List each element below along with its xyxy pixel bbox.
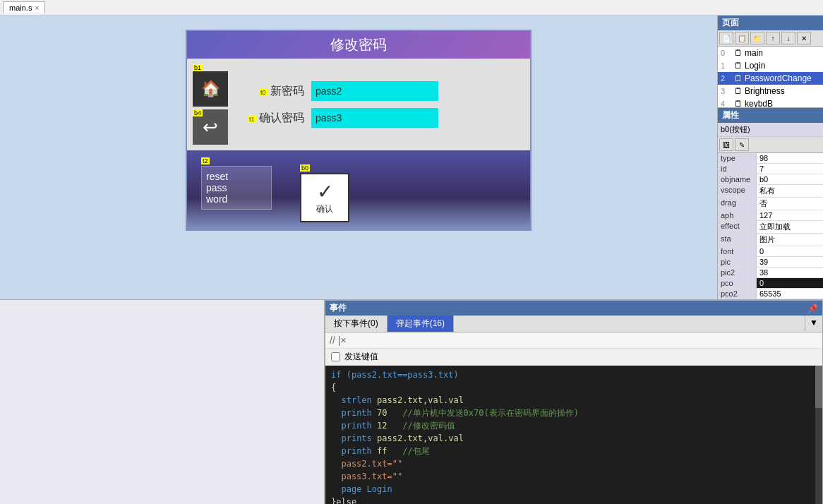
new-password-label: t0 新密码 <box>248 84 304 99</box>
code-line: printh ff //包尾 <box>331 445 817 457</box>
toolbar-icon2: |× <box>338 335 347 346</box>
prop-row-id: id7 <box>718 164 823 174</box>
code-line: page Login <box>331 483 817 496</box>
t1-tag: t1 <box>248 116 256 123</box>
tab-main[interactable]: main.s × <box>3 1 45 13</box>
folder-btn[interactable]: 📁 <box>750 32 764 44</box>
confirm-password-label: t1 确认密码 <box>248 111 304 126</box>
props-btn1[interactable]: 🖼 <box>719 138 733 151</box>
tab-release[interactable]: 弹起事件(16) <box>388 316 454 332</box>
event-header: 事件 📌 <box>325 301 822 316</box>
prop-row-pic: pic39 <box>718 257 823 268</box>
tab-main-label: main.s <box>9 4 32 12</box>
ui-preview: 修改密码 b1 🏠 b4 ↩ <box>186 30 531 231</box>
preview-title: 修改密码 <box>330 37 387 52</box>
check-icon: ✓ <box>317 180 333 203</box>
delete-btn[interactable]: ✕ <box>797 32 811 44</box>
code-editor[interactable]: if (pass2.txt==pass3.txt){ strlen pass2.… <box>325 366 822 504</box>
tab-dropdown[interactable]: ▼ <box>805 316 822 332</box>
tree-item-login[interactable]: 1🗒Login <box>718 59 823 72</box>
right-panel: 页面 📄 📋 📁 ↑ ↓ ✕ 0🗒main1🗒Login2🗒PasswordCh… <box>717 16 823 299</box>
prop-row-pic2: pic238 <box>718 268 823 278</box>
new-page-btn[interactable]: 📄 <box>719 32 733 44</box>
main-layout: 修改密码 b1 🏠 b4 ↩ <box>0 16 823 299</box>
reset-text-box: resetpassword <box>201 166 272 210</box>
confirm-password-row: t1 确认密码 <box>248 108 516 128</box>
page-tree-toolbar: 📄 📋 📁 ↑ ↓ ✕ <box>718 30 823 47</box>
send-key-checkbox[interactable] <box>331 352 340 361</box>
prop-row-vscope: vscope私有 <box>718 185 823 198</box>
code-line: strlen pass2.txt,val.val <box>331 394 817 407</box>
prop-row-font: font0 <box>718 246 823 257</box>
confirm-password-input-wrapper <box>311 108 438 128</box>
tree-item-keybdb[interactable]: 4🗒keybdB <box>718 97 823 107</box>
code-line: if (pass2.txt==pass3.txt) <box>331 368 817 381</box>
event-panel: 事件 📌 按下事件(0) 弹起事件(16) ▼ // |× 发送键值 if (p… <box>325 300 823 504</box>
tab-press[interactable]: 按下事件(0) <box>325 316 388 332</box>
t0-tag: t0 <box>259 89 268 96</box>
prop-row-aph: aph127 <box>718 210 823 221</box>
b1-tag: b1 <box>193 64 203 71</box>
confirm-password-input[interactable] <box>311 108 438 128</box>
prop-row-sta: sta图片 <box>718 234 823 246</box>
prop-row-drag: drag否 <box>718 198 823 210</box>
left-code-area <box>0 300 325 504</box>
tree-item-brightness[interactable]: 3🗒Brightness <box>718 85 823 97</box>
tree-item-main[interactable]: 0🗒main <box>718 47 823 59</box>
toolbar-icon1: // <box>330 335 335 346</box>
code-line: printh 12 //修改密码值 <box>331 419 817 432</box>
move-down-btn[interactable]: ↓ <box>781 32 795 44</box>
send-key-label: 发送键值 <box>344 351 378 363</box>
copy-page-btn[interactable]: 📋 <box>735 32 749 44</box>
event-toolbar: // |× <box>325 332 822 349</box>
confirm-label: 确认 <box>316 203 333 215</box>
new-password-input[interactable] <box>311 81 438 101</box>
new-password-input-wrapper <box>311 81 438 101</box>
prop-row-pco2: pco265535 <box>718 289 823 299</box>
code-line: { <box>331 381 817 394</box>
page-tree-header: 页面 <box>718 16 823 30</box>
code-line: printh 70 //单片机中发送0x70(表示在密码界面的操作) <box>331 407 817 419</box>
prop-row-objname: objnameb0 <box>718 174 823 185</box>
code-line: }else <box>331 496 817 504</box>
preview-lower: t2 resetpassword b0 ✓ 确认 <box>187 150 530 229</box>
tree-item-passwordchange[interactable]: 2🗒PasswordChange <box>718 72 823 85</box>
props-btn2[interactable]: ✎ <box>735 138 749 151</box>
prop-row-type: type98 <box>718 153 823 164</box>
props-header: 属性 <box>718 108 823 123</box>
code-line: prints pass2.txt,val.val <box>331 432 817 445</box>
t2-tag: t2 <box>201 157 210 164</box>
prop-row-pco: pco0 <box>718 278 823 289</box>
event-tabs: 按下事件(0) 弹起事件(16) ▼ <box>325 316 822 332</box>
bottom-area: 事件 📌 按下事件(0) 弹起事件(16) ▼ // |× 发送键值 if (p… <box>0 299 823 504</box>
home-button[interactable]: 🏠 <box>193 71 228 107</box>
top-bar: main.s × <box>0 0 823 16</box>
preview-header: 修改密码 <box>187 31 530 59</box>
b0-tag: b0 <box>300 164 310 172</box>
props-rows: type98id7objnameb0vscope私有drag否aph127eff… <box>718 153 823 299</box>
props-title: b0(按钮) <box>718 123 823 137</box>
pin-icon[interactable]: 📌 <box>807 304 818 313</box>
event-header-label: 事件 <box>330 302 347 314</box>
canvas-area: 修改密码 b1 🏠 b4 ↩ <box>0 16 717 299</box>
prop-row-effect: effect立即加载 <box>718 221 823 234</box>
code-line: pass2.txt="" <box>331 457 817 470</box>
confirm-button[interactable]: ✓ 确认 <box>300 173 349 222</box>
send-key-row: 发送键值 <box>325 349 822 366</box>
properties-panel: 属性 b0(按钮) 🖼 ✎ type98id7objnameb0vscope私有… <box>718 107 823 299</box>
page-tree-list[interactable]: 0🗒main1🗒Login2🗒PasswordChange3🗒Brightnes… <box>718 47 823 107</box>
props-toolbar: 🖼 ✎ <box>718 137 823 153</box>
tab-close[interactable]: × <box>35 4 39 12</box>
move-up-btn[interactable]: ↑ <box>766 32 780 44</box>
code-line: pass3.txt="" <box>331 470 817 483</box>
new-password-row: t0 新密码 <box>248 81 516 101</box>
b4-tag: b4 <box>193 109 203 116</box>
